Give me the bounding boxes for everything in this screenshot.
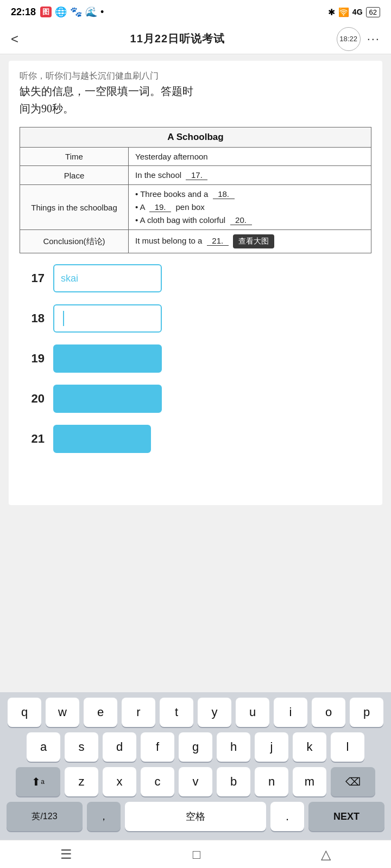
key-i[interactable]: i bbox=[274, 698, 307, 727]
blank-17: 17. bbox=[186, 170, 207, 180]
place-label: Place bbox=[20, 166, 129, 185]
keyboard: q w e r t y u i o p a s d f g h j k l ⬆a… bbox=[0, 692, 391, 840]
nav-home-icon[interactable]: □ bbox=[193, 847, 201, 862]
key-e[interactable]: e bbox=[84, 698, 117, 727]
table-row: Conclusion(结论) It must belong to a 21. 查… bbox=[20, 230, 371, 253]
schoolbag-table: A Schoolbag Time Yesterday afternoon Pla… bbox=[20, 127, 371, 253]
nav-bar: < 11月22日听说考试 18:22 ··· bbox=[0, 24, 391, 54]
key-x[interactable]: x bbox=[103, 767, 136, 796]
bottom-nav: ☰ □ △ bbox=[0, 840, 391, 868]
instruction-text: 听你，听你们与越长沉们健血刷八门 缺失的信息，一空限填一词。答题时 间为90秒。 bbox=[20, 69, 371, 117]
things-value: • Three books and a 18. • A 19. pen box … bbox=[129, 185, 371, 230]
time-value: Yesterday afternoon bbox=[129, 148, 371, 166]
key-f[interactable]: f bbox=[141, 732, 174, 762]
key-s[interactable]: s bbox=[65, 732, 98, 762]
comma-key[interactable]: ， bbox=[87, 802, 121, 831]
answer-number-19: 19 bbox=[25, 352, 45, 366]
shift-key[interactable]: ⬆a bbox=[16, 767, 60, 796]
blank-21: 21. bbox=[207, 236, 229, 246]
wifi-icon: 🛜 bbox=[338, 7, 349, 17]
key-b[interactable]: b bbox=[217, 767, 250, 796]
next-key[interactable]: NEXT bbox=[308, 802, 384, 831]
language-key[interactable]: 英/123 bbox=[7, 802, 83, 831]
key-g[interactable]: g bbox=[179, 732, 212, 762]
key-p[interactable]: p bbox=[350, 698, 383, 727]
table-row: Time Yesterday afternoon bbox=[20, 148, 371, 166]
key-u[interactable]: u bbox=[236, 698, 269, 727]
bluetooth-icon: ✱ bbox=[328, 7, 335, 17]
key-c[interactable]: c bbox=[141, 767, 174, 796]
answer-input-19[interactable] bbox=[53, 344, 162, 373]
dot-key[interactable]: . bbox=[270, 802, 304, 831]
key-v[interactable]: v bbox=[179, 767, 212, 796]
battery-icon: 62 bbox=[366, 7, 380, 17]
status-bar: 22:18 图 🌐 🐾 🌊 • ✱ 🛜 4G 62 bbox=[0, 0, 391, 24]
key-w[interactable]: w bbox=[46, 698, 79, 727]
timer-display: 18:22 bbox=[337, 27, 361, 51]
place-value: In the school 17. bbox=[129, 166, 371, 185]
answer-row-20: 20 bbox=[25, 385, 366, 413]
instruction-line3: 间为90秒。 bbox=[20, 100, 371, 117]
key-t[interactable]: t bbox=[160, 698, 193, 727]
answer-row-18: 18 bbox=[25, 304, 366, 333]
instruction-line1: 听你，听你们与越长沉们健血刷八门 bbox=[20, 69, 371, 82]
answer-number-20: 20 bbox=[25, 392, 45, 406]
keyboard-row-4: 英/123 ， 空格 . NEXT bbox=[2, 802, 389, 831]
answer-row-17: 17 skai bbox=[25, 264, 366, 292]
instruction-line2: 缺失的信息，一空限填一词。答题时 bbox=[20, 82, 371, 100]
answer-number-21: 21 bbox=[25, 432, 45, 446]
answer-input-21[interactable] bbox=[53, 425, 151, 453]
conclusion-value: It must belong to a 21. 查看大图 bbox=[129, 230, 371, 253]
keyboard-row-2: a s d f g h j k l bbox=[2, 732, 389, 762]
paw-icon: 🐾 bbox=[70, 6, 82, 18]
key-k[interactable]: k bbox=[293, 732, 326, 762]
key-z[interactable]: z bbox=[65, 767, 98, 796]
main-content: 听你，听你们与越长沉们健血刷八门 缺失的信息，一空限填一词。答题时 间为90秒。… bbox=[9, 61, 382, 505]
status-icons-right: ✱ 🛜 4G 62 bbox=[328, 7, 380, 17]
key-h[interactable]: h bbox=[217, 732, 250, 762]
nav-menu-icon[interactable]: ☰ bbox=[60, 847, 72, 862]
view-image-tooltip[interactable]: 查看大图 bbox=[233, 234, 274, 248]
things-label: Things in the schoolbag bbox=[20, 185, 129, 230]
table-row: Things in the schoolbag • Three books an… bbox=[20, 185, 371, 230]
answer-input-18[interactable] bbox=[53, 304, 162, 333]
back-button[interactable]: < bbox=[11, 31, 18, 47]
key-q[interactable]: q bbox=[8, 698, 41, 727]
table-title: A Schoolbag bbox=[20, 127, 371, 148]
key-n[interactable]: n bbox=[255, 767, 288, 796]
page-title: 11月22日听说考试 bbox=[130, 31, 225, 46]
key-y[interactable]: y bbox=[198, 698, 231, 727]
browser-icon: 🌊 bbox=[85, 6, 97, 18]
conclusion-label: Conclusion(结论) bbox=[20, 230, 129, 253]
key-l[interactable]: l bbox=[331, 732, 364, 762]
space-key[interactable]: 空格 bbox=[125, 802, 266, 831]
nav-back-icon[interactable]: △ bbox=[321, 847, 331, 862]
blank-20: 20. bbox=[230, 215, 252, 225]
signal-icon: 4G bbox=[352, 8, 363, 16]
answer-number-18: 18 bbox=[25, 311, 45, 326]
keyboard-row-1: q w e r t y u i o p bbox=[2, 698, 389, 727]
answer-number-17: 17 bbox=[25, 271, 45, 285]
answer-section: 17 skai 18 19 20 21 bbox=[20, 264, 371, 453]
key-o[interactable]: o bbox=[312, 698, 345, 727]
blank-18: 18. bbox=[213, 189, 235, 199]
key-d[interactable]: d bbox=[103, 732, 136, 762]
table-row: Place In the school 17. bbox=[20, 166, 371, 185]
blank-19: 19. bbox=[149, 202, 171, 212]
answer-input-17[interactable]: skai bbox=[53, 264, 162, 292]
time-label: Time bbox=[20, 148, 129, 166]
status-time: 22:18 bbox=[11, 7, 36, 18]
dot-icon: • bbox=[100, 7, 104, 18]
key-r[interactable]: r bbox=[122, 698, 155, 727]
more-options-button[interactable]: ··· bbox=[367, 32, 380, 46]
delete-key[interactable]: ⌫ bbox=[331, 767, 375, 796]
circle-icon: 🌐 bbox=[55, 6, 67, 18]
key-j[interactable]: j bbox=[255, 732, 288, 762]
answer-input-20[interactable] bbox=[53, 385, 162, 413]
answer-row-21: 21 bbox=[25, 425, 366, 453]
answer-row-19: 19 bbox=[25, 344, 366, 373]
nav-right: 18:22 ··· bbox=[337, 27, 380, 51]
keyboard-row-3: ⬆a z x c v b n m ⌫ bbox=[2, 767, 389, 796]
key-a[interactable]: a bbox=[27, 732, 60, 762]
key-m[interactable]: m bbox=[293, 767, 326, 796]
